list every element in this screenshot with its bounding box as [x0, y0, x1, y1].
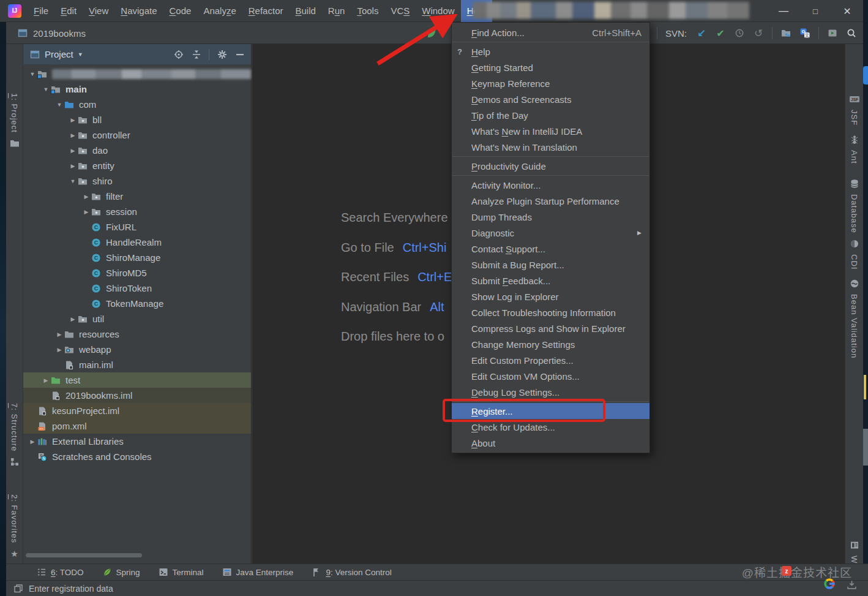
locate-icon[interactable]	[173, 49, 184, 59]
tree-collapsed-arrow-icon[interactable]: ▶	[81, 209, 91, 215]
collapse-all-icon[interactable]	[191, 49, 201, 59]
help-menu-item-contact-support[interactable]: Contact Support...	[452, 241, 649, 257]
tool-stripe-button-cdi[interactable]: CDI	[845, 239, 863, 270]
svn-update-icon[interactable]: ↙	[696, 28, 707, 39]
chevron-down-icon[interactable]: ▼	[78, 51, 83, 58]
tree-expanded-arrow-icon[interactable]: ▼	[54, 102, 64, 108]
tool-stripe-button-jsf[interactable]: JSFJSF	[845, 94, 863, 126]
help-menu-item-submit-a-bug-report[interactable]: Submit a Bug Report...	[452, 257, 649, 273]
help-menu-item-tip-of-the-day[interactable]: Tip of the Day	[452, 107, 649, 123]
tree-item-external-libraries[interactable]: ▶External Libraries	[23, 434, 251, 449]
tree-item-test[interactable]: ▶test	[23, 372, 251, 388]
tree-item-resources[interactable]: ▶resources	[23, 326, 251, 342]
tree-collapsed-arrow-icon[interactable]: ▶	[68, 163, 78, 169]
help-menu-item-analyze-plugin-startup-performance[interactable]: Analyze Plugin Startup Performance	[452, 193, 649, 209]
tool-window-button-terminal[interactable]: Terminal	[159, 567, 204, 577]
menu-file[interactable]: File	[28, 0, 54, 22]
run-anything-icon[interactable]	[827, 28, 838, 39]
tree-item-session[interactable]: ▶session	[23, 204, 251, 219]
tree-item-scratches-and-consoles[interactable]: Scratches and Consoles	[23, 449, 251, 464]
menu-analyze[interactable]: Analyze	[197, 0, 242, 22]
help-menu-item-what-s-new-in-intellij-idea[interactable]: What's New in IntelliJ IDEA	[452, 123, 649, 139]
menu-navigate[interactable]: Navigate	[114, 0, 163, 22]
menu-view[interactable]: View	[83, 0, 114, 22]
tree-collapsed-arrow-icon[interactable]: ▶	[28, 439, 37, 445]
tool-window-button-spring[interactable]: Spring	[102, 567, 140, 577]
tree-item-com[interactable]: ▼com	[23, 97, 251, 112]
tree-collapsed-arrow-icon[interactable]: ▶	[68, 148, 78, 154]
help-menu-item-change-memory-settings[interactable]: Change Memory Settings	[452, 336, 649, 352]
help-menu-item-demos-and-screencasts[interactable]: Demos and Screencasts	[452, 91, 649, 107]
tool-window-button-java-enterprise[interactable]: Java Enterprise	[222, 567, 294, 577]
translate-icon[interactable]: G文	[799, 28, 810, 39]
tree-item-dao[interactable]: ▶dao	[23, 143, 251, 158]
tool-window-button-9-version-control[interactable]: 9: Version Control	[312, 567, 391, 577]
help-menu-item-what-s-new-in-translation[interactable]: What's New in Translation	[452, 139, 649, 155]
hide-icon[interactable]	[234, 49, 245, 59]
tool-stripe-button-database[interactable]: Database	[845, 179, 863, 233]
tree-item-webapp[interactable]: ▶webapp	[23, 342, 251, 357]
tree-item-kesunproject-iml[interactable]: kesunProject.iml	[23, 403, 251, 418]
menu-run[interactable]: Run	[322, 0, 351, 22]
help-menu-item-dump-threads[interactable]: Dump Threads	[452, 209, 649, 225]
tree-item-root-redacted[interactable]: ▼	[23, 66, 251, 81]
tool-window-button-6-todo[interactable]: 6: TODO	[37, 567, 84, 577]
changes-icon[interactable]	[780, 28, 791, 39]
menu-tools[interactable]: Tools	[351, 0, 384, 22]
search-icon[interactable]	[846, 28, 857, 39]
tree-expanded-arrow-icon[interactable]: ▼	[41, 86, 51, 92]
menu-code[interactable]: Code	[163, 0, 198, 22]
help-menu-item-edit-custom-vm-options[interactable]: Edit Custom VM Options...	[452, 368, 649, 384]
tree-item-shiromd5[interactable]: CShiroMD5	[23, 265, 251, 281]
help-menu-item-activity-monitor[interactable]: Activity Monitor...	[452, 177, 649, 193]
svn-commit-icon[interactable]: ✔	[715, 28, 726, 39]
horizontal-scrollbar[interactable]	[26, 553, 142, 557]
tree-collapsed-arrow-icon[interactable]: ▶	[81, 194, 91, 200]
help-menu-item-submit-feedback[interactable]: Submit Feedback...	[452, 273, 649, 289]
help-menu-item-collect-troubleshooting-information[interactable]: Collect Troubleshooting Information	[452, 304, 649, 320]
tree-item-bll[interactable]: ▶bll	[23, 112, 251, 127]
svn-history-icon[interactable]	[734, 28, 745, 39]
tree-item-shiromanage[interactable]: CShiroManage	[23, 250, 251, 265]
tree-item-2019bookms-iml[interactable]: 2019bookms.iml	[23, 388, 251, 403]
tree-collapsed-arrow-icon[interactable]: ▶	[54, 331, 64, 338]
tree-collapsed-arrow-icon[interactable]: ▶	[68, 117, 78, 123]
tree-item-tokenmanage[interactable]: CTokenManage	[23, 296, 251, 311]
tool-stripe-button-1-project[interactable]: 1: Project	[6, 93, 23, 148]
tree-item-shiro[interactable]: ▼shiro	[23, 173, 251, 189]
menu-edit[interactable]: Edit	[54, 0, 83, 22]
menu-build[interactable]: Build	[289, 0, 321, 22]
tree-item-util[interactable]: ▶util	[23, 311, 251, 326]
breadcrumb[interactable]: 2019bookms	[17, 28, 86, 39]
help-menu-item-getting-started[interactable]: Getting Started	[452, 59, 649, 75]
tree-item-main-iml[interactable]: main.iml	[23, 357, 251, 372]
help-menu-item-show-log-in-explorer[interactable]: Show Log in Explorer	[452, 289, 649, 304]
tree-item-pom-xml[interactable]: <>pom.xml	[23, 418, 251, 434]
svn-rollback-icon[interactable]: ↺	[753, 28, 764, 39]
tool-stripe-button-2-favorites[interactable]: 2: Favorites★	[6, 494, 23, 559]
settings-icon[interactable]	[217, 49, 227, 59]
tree-item-filter[interactable]: ▶filter	[23, 189, 251, 204]
help-menu-item-edit-custom-properties[interactable]: Edit Custom Properties...	[452, 352, 649, 368]
help-menu-item-diagnostic[interactable]: Diagnostic▶	[452, 225, 649, 241]
help-menu-item-debug-log-settings[interactable]: Debug Log Settings...	[452, 384, 649, 400]
maximize-button[interactable]: □	[799, 0, 831, 22]
help-menu-item-about[interactable]: About	[452, 435, 649, 451]
tree-item-entity[interactable]: ▶entity	[23, 158, 251, 173]
help-menu-item-find-action[interactable]: Find Action...Ctrl+Shift+A	[452, 25, 649, 40]
tree-collapsed-arrow-icon[interactable]: ▶	[54, 347, 64, 353]
tree-expanded-arrow-icon[interactable]: ▼	[68, 178, 78, 184]
tool-stripe-button-bean-validation[interactable]: Bean Validation	[845, 279, 863, 358]
tree-expanded-arrow-icon[interactable]: ▼	[28, 71, 37, 77]
tree-collapsed-arrow-icon[interactable]: ▶	[68, 316, 78, 322]
close-button[interactable]: ✕	[831, 0, 863, 22]
help-menu-item-keymap-reference[interactable]: Keymap Reference	[452, 75, 649, 91]
tree-item-handlerealm[interactable]: CHandleRealm	[23, 235, 251, 250]
menu-window[interactable]: Window	[416, 0, 460, 22]
minimize-button[interactable]: —	[768, 0, 799, 22]
tree-item-shirotoken[interactable]: CShiroToken	[23, 281, 251, 296]
tree-collapsed-arrow-icon[interactable]: ▶	[41, 377, 51, 383]
help-menu-item-compress-logs-and-show-in-explorer[interactable]: Compress Logs and Show in Explorer	[452, 320, 649, 336]
help-menu-item-help[interactable]: ?Help	[452, 43, 649, 59]
tool-stripe-button-7-structure[interactable]: 7: Structure	[6, 403, 23, 467]
